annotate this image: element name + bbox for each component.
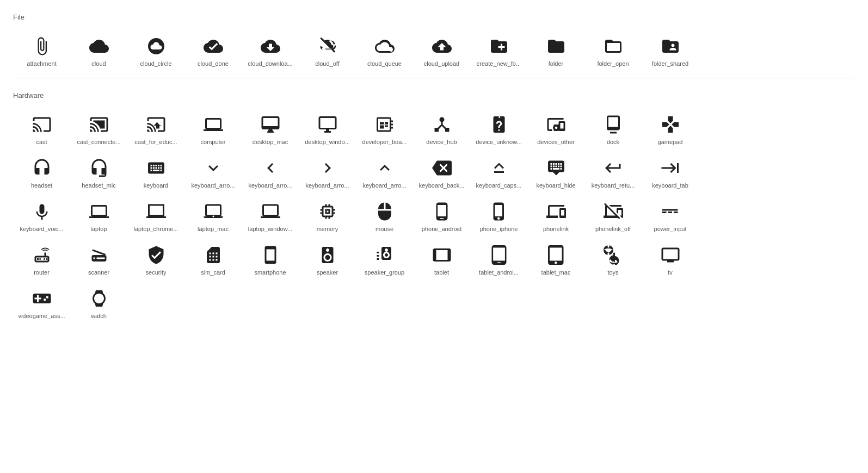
icon-tablet-android[interactable]: tablet_androi... xyxy=(470,239,527,282)
hardware-row-3: keyboard_voic... laptop laptop_chrome...… xyxy=(13,195,855,239)
icon-headset[interactable]: headset xyxy=(13,152,70,195)
icon-cloud-circle[interactable]: cloud_circle xyxy=(127,30,184,73)
icon-sim-card[interactable]: sim_card xyxy=(184,239,242,282)
icon-keyboard-arrow-down[interactable]: keyboard_arro... xyxy=(184,152,242,195)
icon-phonelink-label: phonelink xyxy=(543,226,569,232)
icon-keyboard-return[interactable]: keyboard_retu... xyxy=(584,152,642,195)
hardware-row-2: headset headset_mic keyboard keyboard_ar… xyxy=(13,152,855,195)
icon-folder-shared-label: folder_shared xyxy=(652,60,688,67)
icon-desktop-mac[interactable]: desktop_mac xyxy=(242,108,299,152)
icon-tablet-mac-label: tablet_mac xyxy=(541,269,571,276)
icon-toys[interactable]: toys xyxy=(584,239,642,282)
icon-memory-label: memory xyxy=(317,226,338,232)
icon-mouse[interactable]: mouse xyxy=(356,195,413,239)
icon-power-input[interactable]: power_input xyxy=(642,195,699,239)
icon-headset-mic-label: headset_mic xyxy=(82,182,115,189)
icon-laptop-label: laptop xyxy=(91,226,107,232)
icon-speaker[interactable]: speaker xyxy=(299,239,356,282)
icon-cloud-upload[interactable]: cloud_upload xyxy=(413,30,470,73)
icon-cast-label: cast xyxy=(36,139,47,145)
icon-phonelink[interactable]: phonelink xyxy=(527,195,584,239)
icon-keyboard-arrow-left[interactable]: keyboard_arro... xyxy=(242,152,299,195)
icon-tablet-mac[interactable]: tablet_mac xyxy=(527,239,584,282)
icon-developer-board[interactable]: developer_boa... xyxy=(356,108,413,152)
icon-cloud-download[interactable]: cloud_downloa... xyxy=(242,30,299,73)
icon-folder-shared[interactable]: folder_shared xyxy=(642,30,699,73)
icon-cloud-upload-label: cloud_upload xyxy=(424,60,459,67)
icon-keyboard-backspace-label: keyboard_back... xyxy=(419,182,465,189)
icon-keyboard-capslock[interactable]: keyboard_caps... xyxy=(470,152,527,195)
icon-laptop-chromebook[interactable]: laptop_chrome... xyxy=(127,195,184,239)
icon-phone-android[interactable]: phone_android xyxy=(413,195,470,239)
icon-folder-open[interactable]: folder_open xyxy=(584,30,642,73)
icon-keyboard-hide[interactable]: keyboard_hide xyxy=(527,152,584,195)
icon-scanner[interactable]: scanner xyxy=(70,239,127,282)
icon-cloud-queue[interactable]: cloud_queue xyxy=(356,30,413,73)
icon-cloud[interactable]: cloud xyxy=(70,30,127,73)
icon-memory[interactable]: memory xyxy=(299,195,356,239)
icon-laptop[interactable]: laptop xyxy=(70,195,127,239)
icon-cast[interactable]: cast xyxy=(13,108,70,152)
icon-gamepad-label: gamepad xyxy=(658,139,683,145)
icon-attachment[interactable]: attachment xyxy=(13,30,70,73)
icon-devices-other[interactable]: devices_other xyxy=(527,108,584,152)
icon-tablet-android-label: tablet_androi... xyxy=(479,269,519,276)
icon-developer-board-label: developer_boa... xyxy=(362,139,407,145)
icon-sim-card-label: sim_card xyxy=(201,269,225,276)
icon-gamepad[interactable]: gamepad xyxy=(642,108,699,152)
icon-phone-iphone[interactable]: phone_iphone xyxy=(470,195,527,239)
icon-smartphone[interactable]: smartphone xyxy=(242,239,299,282)
icon-cast-for-education[interactable]: cast_for_educ... xyxy=(127,108,184,152)
icon-videogame-asset[interactable]: videogame_ass... xyxy=(13,282,70,326)
icon-dock[interactable]: dock xyxy=(584,108,642,152)
icon-keyboard-voice[interactable]: keyboard_voic... xyxy=(13,195,70,239)
icon-folder[interactable]: folder xyxy=(527,30,584,73)
icon-speaker-label: speaker xyxy=(317,269,338,276)
hardware-row-4: router scanner security sim_card smartph… xyxy=(13,239,855,282)
icon-create-new-folder-label: create_new_fo... xyxy=(477,60,521,67)
icon-power-input-label: power_input xyxy=(654,226,687,232)
icon-attachment-label: attachment xyxy=(27,60,56,67)
icon-keyboard-backspace[interactable]: keyboard_back... xyxy=(413,152,470,195)
icon-laptop-mac[interactable]: laptop_mac xyxy=(184,195,242,239)
icon-computer-label: computer xyxy=(201,139,226,145)
icon-cast-connected[interactable]: cast_connecte... xyxy=(70,108,127,152)
icon-watch[interactable]: watch xyxy=(70,282,127,326)
icon-laptop-chromebook-label: laptop_chrome... xyxy=(134,226,178,232)
icon-speaker-group[interactable]: speaker_group xyxy=(356,239,413,282)
icon-keyboard-hide-label: keyboard_hide xyxy=(536,182,575,189)
icon-keyboard-arrow-right[interactable]: keyboard_arro... xyxy=(299,152,356,195)
icon-desktop-windows[interactable]: desktop_windo... xyxy=(299,108,356,152)
icon-cloud-off[interactable]: cloud_off xyxy=(299,30,356,73)
icon-keyboard-tab[interactable]: keyboard_tab xyxy=(642,152,699,195)
icon-laptop-windows[interactable]: laptop_window... xyxy=(242,195,299,239)
icon-computer[interactable]: computer xyxy=(184,108,242,152)
icon-mouse-label: mouse xyxy=(375,226,393,232)
icon-tv[interactable]: tv xyxy=(642,239,699,282)
page: File attachment cloud cloud_circle cloud… xyxy=(0,0,868,334)
icon-tablet-label: tablet xyxy=(434,269,449,276)
icon-phone-iphone-label: phone_iphone xyxy=(480,226,518,232)
icon-phonelink-off[interactable]: phonelink_off xyxy=(584,195,642,239)
icon-device-unknown[interactable]: device_unknow... xyxy=(470,108,527,152)
icon-keyboard-arrow-left-label: keyboard_arro... xyxy=(248,182,292,189)
icon-headset-mic[interactable]: headset_mic xyxy=(70,152,127,195)
icon-tablet[interactable]: tablet xyxy=(413,239,470,282)
icon-cloud-done[interactable]: cloud_done xyxy=(184,30,242,73)
icon-devices-other-label: devices_other xyxy=(537,139,575,145)
icon-keyboard-arrow-up[interactable]: keyboard_arro... xyxy=(356,152,413,195)
icon-cloud-queue-label: cloud_queue xyxy=(367,60,402,67)
icon-device-unknown-label: device_unknow... xyxy=(476,139,521,145)
icon-create-new-folder[interactable]: create_new_fo... xyxy=(470,30,527,73)
icon-cloud-label: cloud xyxy=(91,60,106,67)
icon-device-hub-label: device_hub xyxy=(426,139,457,145)
icon-keyboard-tab-label: keyboard_tab xyxy=(652,182,688,189)
icon-security-label: security xyxy=(146,269,167,276)
icon-router[interactable]: router xyxy=(13,239,70,282)
icon-device-hub[interactable]: device_hub xyxy=(413,108,470,152)
icon-keyboard-arrow-up-label: keyboard_arro... xyxy=(362,182,406,189)
icon-smartphone-label: smartphone xyxy=(254,269,286,276)
icon-security[interactable]: security xyxy=(127,239,184,282)
file-section-title: File xyxy=(13,13,855,21)
icon-keyboard[interactable]: keyboard xyxy=(127,152,184,195)
